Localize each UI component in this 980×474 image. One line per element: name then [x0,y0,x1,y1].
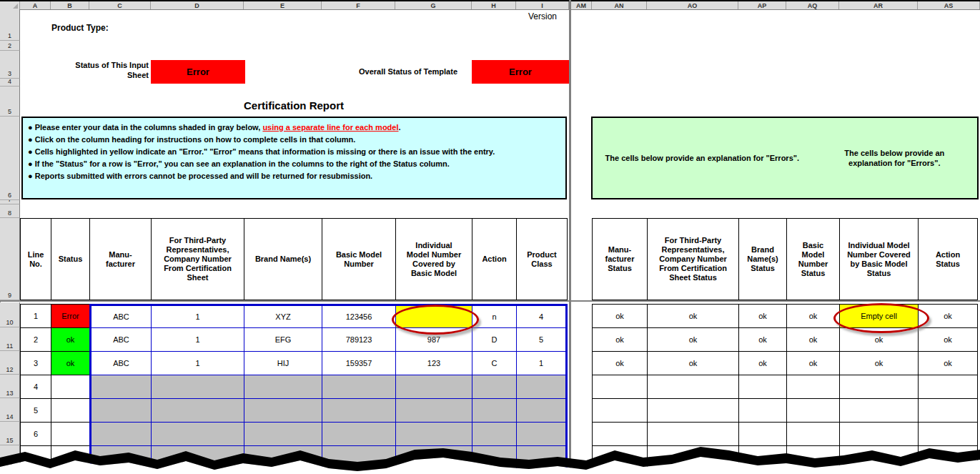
row-number-5[interactable]: 5 [0,87,20,117]
column-header-company-number-status[interactable]: For Third-Party Representatives, Company… [647,218,738,300]
status-cell[interactable]: ok [51,327,89,351]
company-number-status-cell[interactable]: ok [647,304,738,327]
empty-status-cell[interactable] [918,375,978,398]
row-number-6[interactable]: 6 [0,117,20,200]
empty-input-cell[interactable] [472,375,516,398]
freeze-pane-horizontal-split[interactable] [0,300,980,302]
basic-model-status-cell[interactable]: ok [786,304,839,327]
column-letter-14[interactable]: AR [839,1,918,9]
empty-status-cell[interactable] [738,398,786,422]
column-header-manufacturer-status[interactable]: Manu- facturer Status [592,218,647,300]
column-header-basic-model-status[interactable]: Basic Model Number Status [786,218,839,300]
row-number-1[interactable]: 1 [0,9,20,41]
column-header-action[interactable]: Action [472,218,516,300]
empty-status-cell[interactable] [647,398,738,422]
column-header-individual-model[interactable]: Individual Model Number Covered by Basic… [395,218,472,300]
empty-input-cell[interactable] [516,398,568,422]
column-header-basic-model[interactable]: Basic Model Number [322,218,395,300]
empty-status-cell[interactable] [918,398,978,422]
column-letter-6[interactable]: G [395,1,472,9]
individual-model-cell[interactable]: 123 [395,351,472,375]
company-number-status-cell[interactable]: ok [647,351,738,375]
column-letter-9[interactable]: AM [571,1,592,9]
column-letter-5[interactable]: F [322,1,395,9]
row-number-13[interactable]: 13 [0,375,20,398]
bullet1-link[interactable]: using a separate line for each model [262,123,398,132]
company-number-cell[interactable]: 1 [151,304,244,327]
line-number-cell[interactable]: 4 [20,375,51,398]
company-number-cell[interactable]: 1 [151,351,244,375]
basic-model-cell[interactable]: 159357 [322,351,395,375]
empty-input-cell[interactable] [395,375,472,398]
column-header-product-class[interactable]: Product Class [516,218,568,300]
row-number-10[interactable]: 10 [0,302,20,327]
row-number-4[interactable]: 4 [0,79,20,87]
basic-model-cell[interactable]: 789123 [322,327,395,351]
empty-status-cell[interactable] [592,375,647,398]
line-number-cell[interactable]: 3 [20,351,51,375]
status-cell[interactable]: Error [51,304,89,327]
line-number-cell[interactable]: 2 [20,327,51,351]
basic-model-cell[interactable]: 123456 [322,304,395,327]
column-header-action-status[interactable]: Action Status [918,218,978,300]
freeze-pane-vertical-split[interactable] [569,0,571,474]
input-sheet-status-value[interactable]: Error [151,60,245,84]
column-letter-2[interactable]: C [89,1,151,9]
status-cell-empty[interactable] [51,375,89,398]
empty-status-cell[interactable] [786,375,839,398]
column-letter-7[interactable]: H [472,1,516,9]
empty-status-cell[interactable] [592,398,647,422]
manufacturer-cell[interactable]: ABC [89,304,151,327]
action-cell[interactable]: n [472,304,516,327]
product-class-cell[interactable]: 4 [516,304,568,327]
empty-input-cell[interactable] [244,398,322,422]
column-header-manufacturer[interactable]: Manu- facturer [89,218,151,300]
action-status-cell[interactable]: ok [918,327,978,351]
row-number-2[interactable]: 2 [0,41,20,51]
status-cell[interactable]: ok [51,351,89,375]
column-header-individual-model-status[interactable]: Individual Model Number Covered by Basic… [839,218,918,300]
brand-names-status-cell[interactable]: ok [738,304,786,327]
empty-input-cell[interactable] [472,398,516,422]
empty-input-cell[interactable] [151,398,244,422]
empty-input-cell[interactable] [151,375,244,398]
select-all-corner[interactable] [0,1,20,9]
manufacturer-status-cell[interactable]: ok [592,351,647,375]
action-status-cell[interactable]: ok [918,351,978,375]
column-header-brand-names[interactable]: Brand Name(s) [244,218,322,300]
empty-input-cell[interactable] [322,398,395,422]
row-number-11[interactable]: 11 [0,327,20,351]
column-letter-3[interactable]: D [151,1,244,9]
empty-input-cell[interactable] [516,375,568,398]
empty-status-cell[interactable] [839,398,918,422]
overall-status-value[interactable]: Error [472,60,569,84]
column-letter-13[interactable]: AQ [786,1,839,9]
empty-status-cell[interactable] [647,375,738,398]
manufacturer-status-cell[interactable]: ok [592,327,647,351]
empty-status-cell[interactable] [786,398,839,422]
brand-names-status-cell[interactable]: ok [738,327,786,351]
line-number-cell[interactable]: 5 [20,398,51,422]
empty-input-cell[interactable] [244,375,322,398]
empty-status-cell[interactable] [839,375,918,398]
action-cell[interactable]: D [472,327,516,351]
column-header-status[interactable]: Status [51,218,89,300]
column-header-line-no[interactable]: Line No. [20,218,51,300]
brand-name-cell[interactable]: XYZ [244,304,322,327]
column-letter-1[interactable]: B [51,1,89,9]
status-cell-empty[interactable] [51,398,89,422]
empty-input-cell[interactable] [89,398,151,422]
row-number-9[interactable]: 9 [0,218,20,300]
basic-model-status-cell[interactable]: ok [786,351,839,375]
column-letter-11[interactable]: AO [647,1,738,9]
column-header-brand-names-status[interactable]: Brand Name(s) Status [738,218,786,300]
product-class-cell[interactable]: 1 [516,351,568,375]
manufacturer-status-cell[interactable]: ok [592,304,647,327]
brand-names-status-cell[interactable]: ok [738,351,786,375]
row-number-14[interactable]: 14 [0,398,20,422]
brand-name-cell[interactable]: EFG [244,327,322,351]
column-letter-10[interactable]: AN [592,1,647,9]
manufacturer-cell[interactable]: ABC [89,351,151,375]
company-number-cell[interactable]: 1 [151,327,244,351]
column-letter-0[interactable]: A [20,1,51,9]
